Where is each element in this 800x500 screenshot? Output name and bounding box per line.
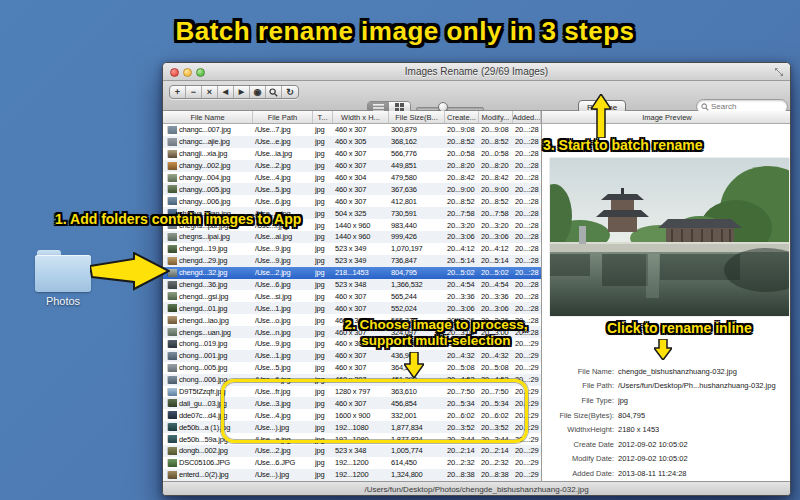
table-row[interactable]: enterd...0(2).jpg/Use...).jpgjpg192...12… <box>163 469 541 481</box>
cell-dims: 460 x 307 <box>333 149 389 158</box>
file-info-value: 2180 x 1453 <box>618 425 659 434</box>
table-row[interactable]: changy...005.jpg/Use...5.jpgjpg460 x 307… <box>163 183 541 195</box>
cell-path: /Use...9.jpg <box>253 244 313 253</box>
column-header[interactable]: File Path <box>253 111 313 123</box>
file-thumbnail <box>168 174 177 182</box>
cell-size: 479,580 <box>389 173 445 182</box>
table-row[interactable]: changc...007.jpg/Use...7.jpgjpg460 x 307… <box>163 124 541 136</box>
cell-name: changji...xia.jpg <box>177 149 253 158</box>
table-row[interactable]: chengd...36.jpg/Use...6.jpgjpg523 x 3481… <box>163 279 541 291</box>
file-thumbnail <box>168 233 177 241</box>
table-row[interactable]: changc...ajie.jpg/Use...e.jpgjpg460 x 30… <box>163 136 541 148</box>
cell-added: 20...:28 <box>513 268 541 277</box>
file-info-value: 804,795 <box>618 411 645 420</box>
table-row[interactable]: chengd...01.jpg/Use...1.jpgjpg460 x 3075… <box>163 302 541 314</box>
cell-modified: 20...0:58 <box>479 149 513 158</box>
cell-modified: 20...8:42 <box>479 173 513 182</box>
cell-modified: 20...3:06 <box>479 232 513 241</box>
delete-button[interactable]: × <box>202 86 218 98</box>
column-header[interactable]: File Size(B... <box>389 111 445 123</box>
table-row[interactable]: chengd...32.jpg/Use...2.jpgjpg218...1453… <box>163 267 541 279</box>
cell-name: changc...ajie.jpg <box>177 137 253 146</box>
cell-name: changc...007.jpg <box>177 125 253 134</box>
table-row[interactable]: chong...001.jpg/Use...1.jpgjpg460 x 3074… <box>163 350 541 362</box>
annotation-step2-line1: 2. Choose image to process, <box>332 317 540 333</box>
cell-type: jpg <box>313 446 333 455</box>
cell-created: 20...8:52 <box>445 197 479 206</box>
search-tool-button[interactable] <box>266 86 282 98</box>
remove-button[interactable]: − <box>186 86 202 98</box>
table-row[interactable]: dongb...002.jpg/Use...2.jpgjpg523 x 3481… <box>163 445 541 457</box>
file-thumbnail <box>168 292 177 300</box>
cell-path: /Use...6.jpg <box>253 197 313 206</box>
toolbar: + − × ◀ ▶ ◉ ↻ Thumbnai <box>163 81 790 111</box>
table-row[interactable]: changy...004.jpg/Use...4.jpgjpg460 x 304… <box>163 172 541 184</box>
file-info-label: Create Date <box>542 440 614 449</box>
fullscreen-icon[interactable] <box>774 67 784 77</box>
cell-modified: 20...8:52 <box>479 137 513 146</box>
file-thumbnail <box>168 197 177 205</box>
table-row[interactable]: DSC05106.JPG/Use...6.JPGjpg192...1200614… <box>163 457 541 469</box>
arrow-up-to-rename-icon <box>591 94 611 138</box>
photos-folder-icon[interactable]: Photos <box>34 248 92 306</box>
search-input[interactable] <box>711 102 781 111</box>
cell-size: 999,426 <box>389 232 445 241</box>
cell-added: 20...:28 <box>513 125 541 134</box>
cell-created: 20...5:14 <box>445 256 479 265</box>
column-header[interactable]: Modify... <box>479 111 513 123</box>
cell-path: /Use...2.jpg <box>253 446 313 455</box>
file-info-value[interactable]: chengde_bishushanzhuang-032.jpg <box>618 367 737 376</box>
column-header[interactable]: T... <box>313 111 333 123</box>
column-header[interactable]: Width x H... <box>333 111 389 123</box>
table-row[interactable]: chegns...ipai.jpg/Use...ai.jpgjpg1440 x … <box>163 231 541 243</box>
cell-modified: 20...3:06 <box>479 304 513 313</box>
x-icon: × <box>207 87 212 97</box>
cell-modified: 20...8:52 <box>479 197 513 206</box>
file-thumbnail <box>168 185 177 193</box>
desktop: Batch rename image only in 3 steps Photo… <box>0 0 800 500</box>
cell-dims: 192...1200 <box>333 458 389 467</box>
magnifier-icon <box>269 88 278 97</box>
annotation-step1: 1. Add folders contain images to App <box>55 211 301 227</box>
file-thumbnail <box>168 138 177 146</box>
cell-type: jpg <box>313 173 333 182</box>
cell-path: /Use...2.jpg <box>253 268 313 277</box>
file-thumbnail <box>168 162 177 170</box>
table-row[interactable]: chengd...gsi.jpg/Use...si.jpgjpg460 x 30… <box>163 290 541 302</box>
cell-added: 20...:28 <box>513 292 541 301</box>
next-button[interactable]: ▶ <box>234 86 250 98</box>
table-header: File NameFile PathT...Width x H...File S… <box>163 111 541 124</box>
cell-path: /Use...4.jpg <box>253 173 313 182</box>
table-row[interactable]: changji...xia.jpg/Use...ia.jpgjpg460 x 3… <box>163 148 541 160</box>
preview-button[interactable]: ◉ <box>250 86 266 98</box>
cell-added: 20...:28 <box>513 185 541 194</box>
table-row[interactable]: chengd...29.jpg/Use...9.jpgjpg523 x 3497… <box>163 255 541 267</box>
cell-added: 20...:28 <box>513 197 541 206</box>
cell-dims: 523 x 349 <box>333 256 389 265</box>
column-header[interactable]: Create... <box>445 111 479 123</box>
table-row[interactable]: changy...002.jpg/Use...2.jpgjpg460 x 307… <box>163 160 541 172</box>
cell-created: 20...4:12 <box>445 244 479 253</box>
file-info-row: File Type:jpg <box>542 393 791 408</box>
cell-modified: 20...5:08 <box>479 363 513 372</box>
table-row[interactable]: chong...005.jpg/Use...5.jpgjpg460 x 3073… <box>163 362 541 374</box>
cell-path: /Use...o.jpg <box>253 316 313 325</box>
refresh-button[interactable]: ↻ <box>282 86 298 98</box>
file-info-row: Modify Date:2012-09-02 10:05:02 <box>542 452 791 467</box>
table-row[interactable]: chengd...19.jpg/Use...9.jpgjpg523 x 3491… <box>163 243 541 255</box>
cell-added: 20...:28 <box>513 256 541 265</box>
table-row[interactable]: changy...006.jpg/Use...6.jpgjpg460 x 307… <box>163 195 541 207</box>
cell-created: 20...4:54 <box>445 280 479 289</box>
prev-button[interactable]: ◀ <box>218 86 234 98</box>
cell-modified: 20...4:54 <box>479 280 513 289</box>
cell-dims: 460 x 307 <box>333 161 389 170</box>
add-folder-button[interactable]: + <box>170 86 186 98</box>
column-header[interactable]: Added... <box>513 111 541 123</box>
cell-dims: 460 x 307 <box>333 292 389 301</box>
cell-created: 20...3:06 <box>445 304 479 313</box>
cell-size: 736,847 <box>389 256 445 265</box>
file-thumbnail <box>168 150 177 158</box>
file-info-row: Added Date:2013-08-11 11:24:28 <box>542 466 791 481</box>
cell-type: jpg <box>313 161 333 170</box>
column-header[interactable]: File Name <box>163 111 253 123</box>
